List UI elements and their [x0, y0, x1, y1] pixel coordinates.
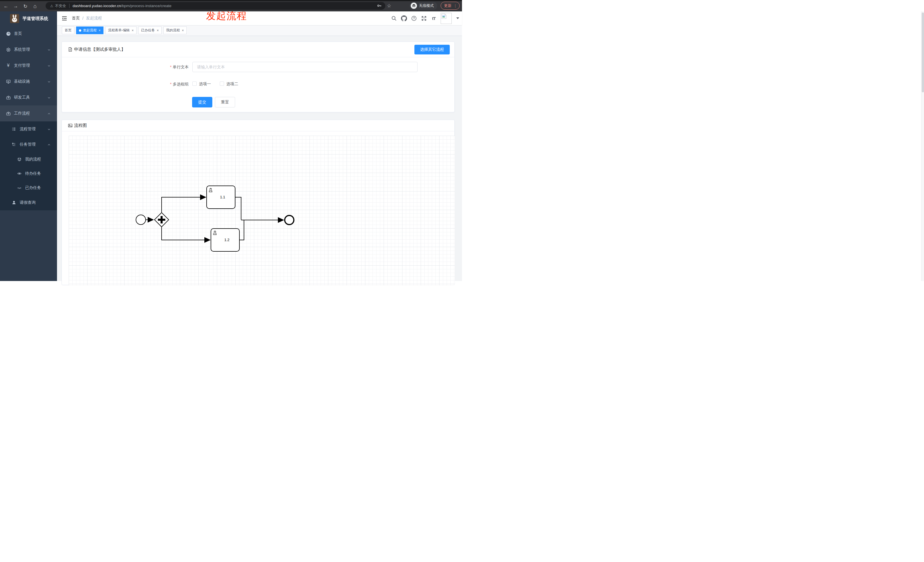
- chevron-up-icon: [47, 143, 51, 147]
- diagram-card-header: 流程图: [62, 120, 454, 131]
- avatar[interactable]: [441, 13, 452, 24]
- picture-icon: [68, 123, 73, 128]
- chevron-down-icon: [47, 48, 51, 52]
- briefcase-icon: [6, 95, 11, 100]
- sidebar-item-label: 请假查询: [20, 200, 36, 205]
- browser-home-icon[interactable]: ⌂: [31, 1, 39, 11]
- close-icon[interactable]: ×: [157, 29, 159, 32]
- text-field-label: 单行文本: [132, 65, 189, 70]
- update-label: 更新: [444, 3, 452, 8]
- sidebar-item-dev-tools[interactable]: 研发工具: [0, 90, 57, 105]
- sidebar-item-my-process[interactable]: 我的流程: [0, 152, 57, 166]
- tab-form-edit[interactable]: 流程表单-编辑 ×: [105, 27, 136, 34]
- sidebar-item-label: 任务管理: [20, 142, 36, 147]
- checkbox-option-2-label[interactable]: 选项二: [226, 81, 238, 87]
- monitor-icon: [6, 79, 11, 84]
- toolbox-icon: [6, 111, 11, 116]
- browser-tabstrip: [0, 0, 462, 1]
- submit-button[interactable]: 提交: [192, 97, 212, 108]
- checkbox-group-label: 多选框组: [132, 82, 189, 87]
- parallel-gateway-node: [154, 213, 169, 227]
- process-diagram-card: 流程图: [62, 120, 454, 281]
- sidebar-item-label: 研发工具: [14, 95, 30, 100]
- app-logo[interactable]: 芋道管理系统: [0, 11, 57, 25]
- app-title: 芋道管理系统: [22, 16, 48, 21]
- incognito-label: 无痕模式: [419, 3, 434, 8]
- single-line-text-input[interactable]: [192, 62, 417, 72]
- eye-closed-icon: [17, 186, 22, 190]
- checkbox-option-1-label[interactable]: 选项一: [199, 81, 211, 87]
- user-task-node: 1.1: [207, 186, 235, 208]
- chevron-down-icon: [47, 96, 51, 100]
- sidebar-item-workflow[interactable]: 工作流程: [0, 105, 57, 121]
- logo-rabbit-image: [10, 14, 19, 23]
- sidebar-item-label: 待办任务: [25, 171, 41, 176]
- chevron-up-icon: [47, 112, 51, 116]
- user-task-node: 1.2: [211, 229, 239, 251]
- tab-label: 我的流程: [166, 28, 180, 33]
- checkbox-option-2[interactable]: [220, 81, 224, 86]
- sidebar-item-home[interactable]: 首页: [0, 25, 57, 42]
- password-key-icon[interactable]: [376, 2, 382, 9]
- address-bar[interactable]: ⚠ 不安全 dashboard.yudao.iocoder.cn /bpm/pr…: [46, 2, 386, 10]
- bpmn-canvas[interactable]: 1.1 1.2: [69, 136, 455, 281]
- tab-done-tasks[interactable]: 已办任务 ×: [138, 27, 162, 34]
- not-secure-label: 不安全: [55, 3, 66, 9]
- tab-label: 已办任务: [141, 28, 155, 33]
- fullscreen-icon[interactable]: [421, 15, 427, 22]
- browser-reload-icon[interactable]: ↻: [21, 1, 30, 11]
- sidebar-item-done-tasks[interactable]: 已办任务: [0, 181, 57, 195]
- checkbox-option-1[interactable]: [192, 81, 196, 86]
- breadcrumb: 首页 / 发起流程: [72, 16, 102, 21]
- apply-info-card: 申请信息【测试多审批人】 选择其它流程 单行文本 多选框组 选项一 选项二 提交…: [62, 42, 454, 112]
- url-path: /bpm/process-instance/create: [121, 4, 171, 8]
- sidebar-fold-icon[interactable]: [62, 16, 67, 21]
- sidebar-item-label: 支付管理: [14, 63, 30, 68]
- dashboard-icon: [6, 31, 11, 36]
- sidebar-item-payment[interactable]: ¥ 支付管理: [0, 58, 57, 73]
- choose-other-process-button[interactable]: 选择其它流程: [414, 45, 450, 54]
- tab-home[interactable]: 首页: [62, 27, 74, 34]
- avatar-caret-down-icon[interactable]: [456, 17, 459, 19]
- end-event-node: [285, 216, 294, 225]
- sidebar-item-task-mgmt[interactable]: 任务管理: [0, 137, 57, 152]
- browser-back-icon[interactable]: ←: [2, 1, 10, 11]
- font-size-icon[interactable]: tT: [430, 15, 437, 22]
- help-icon[interactable]: ?: [411, 15, 417, 22]
- tab-start-process[interactable]: 发起流程 ×: [76, 27, 104, 34]
- url-host: dashboard.yudao.iocoder.cn: [73, 4, 121, 8]
- sidebar-item-process-mgmt[interactable]: 流程管理: [0, 121, 57, 137]
- sidebar-item-label: 流程管理: [20, 127, 36, 132]
- breadcrumb-separator: /: [82, 16, 84, 21]
- sidebar-item-label: 我的流程: [25, 157, 41, 162]
- svg-text:?: ?: [413, 16, 415, 20]
- close-icon[interactable]: ×: [132, 29, 134, 32]
- sidebar-item-leave-query[interactable]: 请假查询: [0, 195, 57, 210]
- browser-chrome: ← → ↻ ⌂ ⚠ 不安全 dashboard.yudao.iocoder.cn…: [0, 0, 462, 11]
- bookmark-star-icon[interactable]: ☆: [386, 2, 392, 9]
- not-secure-warning-icon: ⚠: [50, 4, 53, 8]
- breadcrumb-current: 发起流程: [86, 16, 102, 21]
- close-icon[interactable]: ×: [182, 29, 184, 32]
- tab-my-process[interactable]: 我的流程 ×: [163, 27, 187, 34]
- broken-image-icon: [441, 13, 447, 19]
- search-icon[interactable]: [391, 15, 397, 22]
- robot-icon: [17, 157, 22, 162]
- active-dot: [79, 29, 81, 31]
- close-icon[interactable]: ×: [99, 29, 100, 32]
- tab-label: 发起流程: [83, 28, 97, 33]
- breadcrumb-home[interactable]: 首页: [72, 16, 80, 21]
- browser-forward-icon[interactable]: →: [11, 1, 20, 11]
- page-annotation: 发起流程: [206, 11, 247, 21]
- branch-icon: [11, 142, 16, 147]
- sidebar-item-todo-tasks[interactable]: 待办任务: [0, 166, 57, 181]
- sidebar-item-infrastructure[interactable]: 基础设施: [0, 73, 57, 90]
- reset-button[interactable]: 重置: [215, 97, 235, 108]
- sidebar-item-label: 系统管理: [14, 47, 30, 52]
- incognito-badge[interactable]: 无痕模式: [410, 2, 437, 10]
- github-icon[interactable]: [401, 15, 407, 22]
- tab-label: 首页: [65, 28, 72, 33]
- browser-update-button[interactable]: 更新 ⋮: [441, 2, 460, 10]
- sidebar-item-system[interactable]: 系统管理: [0, 42, 57, 58]
- browser-menu-icon[interactable]: ⋮: [453, 4, 457, 8]
